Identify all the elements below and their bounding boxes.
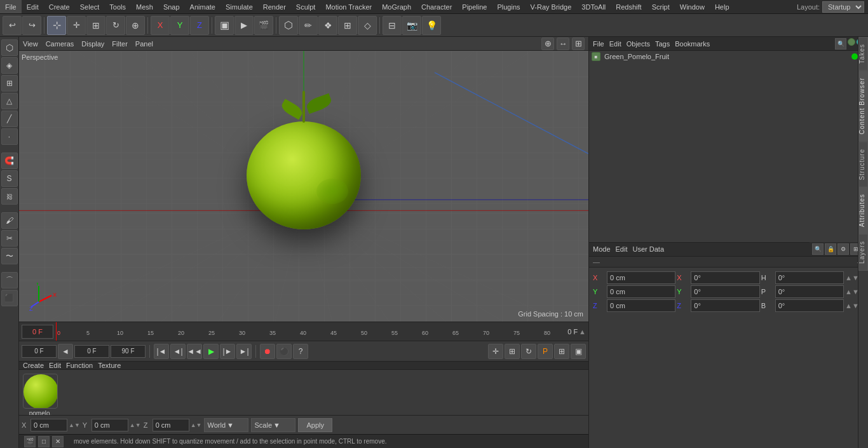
obj-filter-icon[interactable] [848,38,855,46]
spline-button[interactable]: ⌒ [1,272,18,288]
pb-step-fwd[interactable]: |► [220,344,235,359]
timeline-ruler[interactable]: 0 5 10 15 20 25 30 35 40 45 50 55 60 65 [56,322,565,341]
obj-menu-file[interactable]: File [593,40,604,48]
solo-button[interactable]: S [1,170,18,187]
world-dropdown[interactable]: World ▼ [204,418,248,432]
menu-select[interactable]: Select [75,0,105,13]
menu-vray[interactable]: V-Ray Bridge [526,0,577,13]
pb-auto-key[interactable]: ⚫ [276,344,292,359]
mat-menu-texture[interactable]: Texture [98,362,121,369]
structure-tab[interactable]: Structure [858,142,868,187]
array-button[interactable]: ⊞ [338,16,357,35]
menu-animate[interactable]: Animate [185,0,220,13]
menu-character[interactable]: Character [416,0,457,13]
mat-menu-function[interactable]: Function [66,362,93,369]
object-item-pomelo[interactable]: ■ Green_Pomelo_Fruit [589,51,868,62]
attr-menu-userdata[interactable]: User Data [633,245,665,253]
x-rot-field[interactable]: 0° [691,271,759,284]
light-button[interactable]: 💡 [422,16,441,35]
coord-z-arrow[interactable]: ▲▼ [191,422,202,428]
pb-go-start[interactable]: |◄ [154,344,169,359]
attr-menu-edit[interactable]: Edit [616,245,628,253]
pb-arrow-left[interactable]: ◄ [58,344,73,359]
menu-render[interactable]: Render [258,0,291,13]
playback-preview-start[interactable]: 0 F [74,345,109,358]
clone-button[interactable]: ❖ [318,16,337,35]
pb-record[interactable]: ⏺ [260,344,275,359]
render-button[interactable]: 🎬 [254,16,273,35]
playback-current-frame[interactable]: 0 F [22,345,57,358]
record-status-icon[interactable]: 🎬 [24,436,36,447]
obj-menu-bookmarks[interactable]: Bookmarks [675,40,710,48]
coord-x-arrow[interactable]: ▲▼ [69,422,80,428]
coord-y-value[interactable]: 0 cm [92,419,128,431]
cube-button[interactable]: ⬡ [279,16,298,35]
z-axis-button[interactable]: Z [190,16,209,35]
model-mode-button[interactable]: ⬡ [1,39,18,56]
layers-tab[interactable]: Layers [858,234,868,271]
select-mode-button[interactable]: ⊹ [47,16,66,35]
undo-button[interactable]: ↩ [3,16,22,35]
menu-redshift[interactable]: Redshift [611,0,646,13]
vp-maximize[interactable]: ⊞ [572,37,585,50]
vp-menu-view[interactable]: View [23,40,38,48]
menu-simulate[interactable]: Simulate [220,0,258,13]
coord-x-value[interactable]: 0 cm [31,419,67,431]
y-axis-button[interactable]: Y [170,16,189,35]
vp-menu-panel[interactable]: Panel [135,40,153,48]
menu-3dtoall[interactable]: 3DToAll [576,0,611,13]
h-rot-field[interactable]: 0° [775,271,844,284]
attributes-tab[interactable]: Attributes [858,187,868,234]
b-rot-field[interactable]: 0° [775,299,844,312]
camera-button[interactable]: 📷 [402,16,421,35]
x-pos-field[interactable]: 0 cm [607,271,675,284]
coord-y-arrow[interactable]: ▲▼ [130,422,141,428]
fill-button[interactable]: ⬛ [1,290,18,306]
content-browser-tab[interactable]: Content Browser [858,71,868,141]
menu-file[interactable]: File [0,0,22,13]
pb-grid-icon[interactable]: ⊞ [554,344,569,359]
x-axis-button[interactable]: X [151,16,170,35]
playback-preview-end[interactable]: 90 F [111,345,146,358]
pb-play-back[interactable]: ◄◄ [187,344,202,359]
viewport[interactable]: X Y Z Grid Spacing : 10 cm Perspective [19,51,588,322]
layout-select[interactable]: Startup [822,1,864,13]
mat-menu-create[interactable]: Create [23,362,44,369]
pb-render-icon[interactable]: ▣ [571,344,586,359]
z-rot-field[interactable]: 0° [691,299,759,312]
pb-move-icon[interactable]: ✛ [488,344,503,359]
viewport-status-icon[interactable]: □ [38,436,50,447]
boole-button[interactable]: ◇ [358,16,377,35]
pb-rot-icon[interactable]: ↻ [521,344,536,359]
render-region-button[interactable]: ▣ [215,16,234,35]
redo-button[interactable]: ↪ [22,16,41,35]
snap-button[interactable]: 🧲 [1,153,18,169]
texture-mode-button[interactable]: ◈ [1,57,18,74]
paint-button[interactable]: 🖌 [1,212,18,229]
menu-create[interactable]: Create [44,0,75,13]
smooth-button[interactable]: 〜 [1,248,18,264]
attr-menu-mode[interactable]: Mode [593,245,611,253]
menu-edit[interactable]: Edit [22,0,44,13]
y-pos-field[interactable]: 0 cm [607,285,675,298]
y-rot-field[interactable]: 0° [691,285,759,298]
polygon-mode-button[interactable]: △ [1,93,18,109]
obj-menu-edit[interactable]: Edit [609,40,621,48]
menu-pipeline[interactable]: Pipeline [457,0,492,13]
pen-button[interactable]: ✏ [299,16,318,35]
takes-tab[interactable]: Takes [858,37,868,71]
menu-window[interactable]: Window [675,0,710,13]
p-rot-field[interactable]: 0° [775,285,844,298]
scale-button[interactable]: ⊞ [86,16,105,35]
move-button[interactable]: ✛ [67,16,86,35]
apply-button[interactable]: Apply [298,418,332,432]
menu-motion-tracker[interactable]: Motion Tracker [320,0,377,13]
menu-mesh[interactable]: Mesh [131,0,158,13]
timeline-area[interactable]: 0 F 0 5 10 15 20 25 30 35 [19,322,588,341]
point-mode-button[interactable]: · [1,128,18,145]
pb-scale-icon[interactable]: ⊞ [505,344,520,359]
menu-snap[interactable]: Snap [158,0,185,13]
pb-timeline-info[interactable]: ? [293,344,308,359]
rotate-button[interactable]: ↻ [106,16,125,35]
vp-icon2[interactable]: ↔ [557,37,569,50]
